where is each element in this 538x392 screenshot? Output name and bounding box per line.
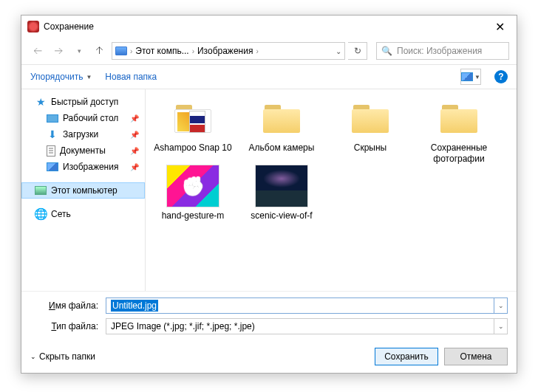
close-button[interactable]: ✕ xyxy=(483,16,517,38)
network-icon: 🌐 xyxy=(35,208,47,220)
item-saved-photos[interactable]: Сохраненные фотографии xyxy=(415,97,503,165)
image-thumbnail xyxy=(166,165,219,207)
item-hand-gesture[interactable]: hand-gesture-m xyxy=(149,165,237,221)
pin-icon: 📌 xyxy=(130,147,139,155)
item-screenshots[interactable]: Скрыны xyxy=(326,97,415,165)
filename-dropdown[interactable]: ⌄ xyxy=(494,298,508,314)
chevron-down-icon: ▼ xyxy=(86,74,92,80)
filetype-select[interactable]: JPEG Image (*.jpg; *.jif; *.jpeg; *.jpe) xyxy=(106,318,494,334)
save-button[interactable]: Сохранить xyxy=(375,348,438,365)
thumbnails-icon xyxy=(461,72,473,81)
star-icon: ★ xyxy=(35,96,47,108)
titlebar: Сохранение ✕ xyxy=(21,16,517,38)
bottom-panel: Имя файла: Untitled.jpg ⌄ Тип файла: JPE… xyxy=(21,291,517,373)
tree-network[interactable]: 🌐 Сеть xyxy=(21,206,145,222)
caret-down-icon: ⌄ xyxy=(30,353,36,360)
breadcrumb-folder[interactable]: Изображения xyxy=(197,46,253,56)
new-folder-button[interactable]: Новая папка xyxy=(105,72,157,82)
help-button[interactable]: ? xyxy=(494,70,508,83)
chevron-down-icon: ▼ xyxy=(474,74,480,80)
folder-icon xyxy=(173,102,213,134)
up-button[interactable]: 🡡 xyxy=(91,42,109,60)
pin-icon: 📌 xyxy=(130,114,139,123)
refresh-button[interactable]: ↻ xyxy=(348,42,367,60)
search-placeholder: Поиск: Изображения xyxy=(397,46,482,56)
folder-icon xyxy=(439,102,479,134)
folder-icon xyxy=(262,102,302,134)
pc-icon xyxy=(35,186,47,195)
save-dialog: Сохранение ✕ 🡠 🡢 ▾ 🡡 › Этот компь... › И… xyxy=(21,15,517,374)
desktop-icon xyxy=(47,114,58,123)
search-input[interactable]: 🔍 Поиск: Изображения xyxy=(376,42,509,60)
breadcrumb-root[interactable]: Этот компь... xyxy=(135,46,188,56)
filename-input[interactable]: Untitled.jpg xyxy=(106,298,494,314)
tree-pictures[interactable]: Изображения 📌 xyxy=(21,159,145,175)
back-button[interactable]: 🡠 xyxy=(29,42,47,60)
item-scenic-view[interactable]: scenic-view-of-f xyxy=(237,165,326,221)
item-camera-roll[interactable]: Альбом камеры xyxy=(237,97,326,165)
recent-dropdown[interactable]: ▾ xyxy=(70,42,88,60)
chevron-right-icon: › xyxy=(256,47,258,55)
view-options-button[interactable]: ▼ xyxy=(460,69,481,85)
folder-icon xyxy=(350,102,390,134)
pin-icon: 📌 xyxy=(130,163,139,171)
chevron-right-icon: › xyxy=(130,47,132,55)
filetype-label: Тип файла: xyxy=(30,321,106,331)
cancel-button[interactable]: Отмена xyxy=(444,348,508,365)
file-list: Ashampoo Snap 10 Альбом камеры Скрыны Со… xyxy=(146,89,517,291)
item-ashampoo[interactable]: Ashampoo Snap 10 xyxy=(149,97,237,165)
document-icon xyxy=(47,145,55,157)
tree-quick-access[interactable]: ★ Быстрый доступ xyxy=(21,94,145,110)
tree-documents[interactable]: Документы 📌 xyxy=(21,142,145,159)
address-bar[interactable]: › Этот компь... › Изображения › ⌄ xyxy=(112,42,345,60)
toolbar: Упорядочить ▼ Новая папка ▼ ? xyxy=(21,64,517,89)
download-icon: ⬇ xyxy=(47,128,58,140)
search-icon: 🔍 xyxy=(381,46,392,56)
pc-icon xyxy=(115,47,127,55)
address-dropdown[interactable]: ⌄ xyxy=(336,47,341,55)
tree-desktop[interactable]: Рабочий стол 📌 xyxy=(21,110,145,126)
organize-menu[interactable]: Упорядочить ▼ xyxy=(30,72,92,82)
hide-folders-toggle[interactable]: ⌄ Скрыть папки xyxy=(30,351,95,362)
tree-this-pc[interactable]: Этот компьютер xyxy=(21,182,145,199)
filetype-dropdown[interactable]: ⌄ xyxy=(494,318,508,334)
tree-downloads[interactable]: ⬇ Загрузки 📌 xyxy=(21,126,145,142)
filename-label: Имя файла: xyxy=(30,300,106,311)
forward-button: 🡢 xyxy=(50,42,67,60)
nav-tree: ★ Быстрый доступ Рабочий стол 📌 ⬇ Загруз… xyxy=(21,89,146,291)
chevron-right-icon: › xyxy=(192,47,194,55)
app-icon xyxy=(27,21,39,32)
dialog-title: Сохранение xyxy=(44,21,94,32)
nav-row: 🡠 🡢 ▾ 🡡 › Этот компь... › Изображения › … xyxy=(21,38,517,64)
image-thumbnail xyxy=(255,165,308,207)
pictures-icon xyxy=(47,162,58,171)
pin-icon: 📌 xyxy=(130,131,139,139)
